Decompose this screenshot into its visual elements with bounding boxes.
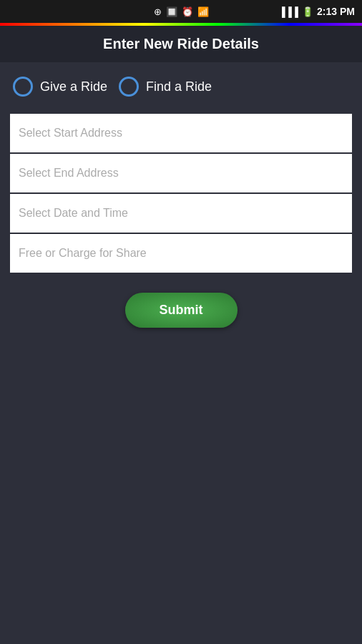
- find-a-ride-label: Find a Ride: [146, 79, 212, 94]
- page-title: Enter New Ride Details: [103, 36, 259, 52]
- start-address-wrapper: [10, 114, 352, 152]
- signal-icon: ▐▐▐: [278, 6, 298, 17]
- end-address-wrapper: [10, 154, 352, 192]
- submit-container: Submit: [10, 293, 352, 328]
- submit-button[interactable]: Submit: [125, 293, 238, 328]
- status-bar: ⊕ 🔲 ⏰ 📶 ▐▐▐ 🔋 2:13 PM: [0, 0, 362, 23]
- charge-input[interactable]: [10, 234, 352, 273]
- wifi-icon: 📶: [197, 6, 209, 17]
- find-a-ride-option[interactable]: Find a Ride: [119, 77, 212, 97]
- status-icons-left: ⊕ 🔲 ⏰ 📶: [154, 6, 209, 17]
- alarm-icon: ⏰: [182, 6, 193, 17]
- give-a-ride-radio[interactable]: [13, 77, 33, 97]
- main-content: Give a Ride Find a Ride Submit: [0, 62, 362, 342]
- time-display: 2:13 PM: [317, 6, 355, 17]
- date-time-wrapper: [10, 194, 352, 233]
- ride-type-selector: Give a Ride Find a Ride: [10, 77, 352, 97]
- find-a-ride-radio[interactable]: [119, 77, 139, 97]
- end-address-input[interactable]: [10, 154, 352, 192]
- bottom-area: [0, 342, 362, 605]
- status-icons-right: ▐▐▐ 🔋 2:13 PM: [278, 6, 355, 17]
- form-fields: [10, 114, 352, 273]
- start-address-input[interactable]: [10, 114, 352, 152]
- charge-wrapper: [10, 234, 352, 273]
- give-a-ride-option[interactable]: Give a Ride: [13, 77, 107, 97]
- title-bar: Enter New Ride Details: [0, 26, 362, 62]
- give-a-ride-label: Give a Ride: [40, 79, 107, 94]
- battery-icon: 🔋: [302, 6, 313, 17]
- compass-icon: ⊕: [154, 6, 162, 17]
- nfc-icon: 🔲: [166, 6, 177, 17]
- date-time-input[interactable]: [10, 194, 352, 233]
